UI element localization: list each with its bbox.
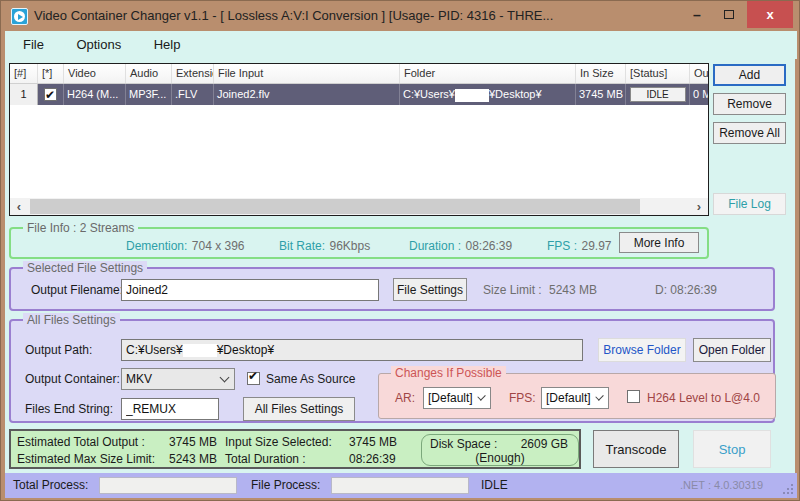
disk-space-box: Disk Space : 2609 GB (Enough) <box>421 434 579 466</box>
all-files-settings-group: All Files Settings Output Path: C:¥Users… <box>9 319 775 423</box>
bitrate-label: Bit Rate: <box>279 239 325 253</box>
remove-all-button[interactable]: Remove All <box>713 122 786 144</box>
remove-button[interactable]: Remove <box>713 93 786 115</box>
total-duration-label: Total Duration : <box>225 452 306 466</box>
col-status[interactable]: [Status] <box>626 64 690 83</box>
fps-select-label: FPS: <box>509 391 536 405</box>
est-total-value: 3745 MB <box>169 435 217 449</box>
menu-options[interactable]: Options <box>66 31 131 52</box>
process-state: IDLE <box>481 478 508 492</box>
output-filename-label: Output Filename: <box>31 283 123 297</box>
est-total-label: Estimated Total Output : <box>17 435 145 449</box>
output-path-label: Output Path: <box>25 343 92 357</box>
table-header: [#] [*] Video Audio Extension File Input… <box>10 64 708 84</box>
col-number[interactable]: [#] <box>10 64 38 83</box>
row-status-button[interactable]: IDLE <box>630 87 686 102</box>
add-button[interactable]: Add <box>713 64 786 86</box>
menu-bar: File Options Help <box>5 31 797 59</box>
redacted-username <box>455 89 489 102</box>
menu-help[interactable]: Help <box>144 31 191 52</box>
same-as-source-checkbox[interactable] <box>247 372 260 385</box>
col-video[interactable]: Video <box>64 64 126 83</box>
file-settings-button[interactable]: File Settings <box>393 278 467 301</box>
row-extension: .FLV <box>172 84 214 105</box>
disk-space-value: 2609 GB <box>521 437 568 451</box>
title-bar: Video Container Changer v1.1 - [ Lossles… <box>1 1 800 31</box>
size-limit-value: 5243 MB <box>549 283 597 297</box>
selected-file-settings-title: Selected File Settings <box>23 261 147 275</box>
file-process-label: File Process: <box>251 478 320 492</box>
scrollbar-thumb[interactable] <box>30 199 640 214</box>
fps-label: FPS : <box>547 239 577 253</box>
window-border-right <box>795 1 799 501</box>
table-row[interactable]: 1 H264 (M... MP3F... .FLV Joined2.flv C:… <box>10 84 708 105</box>
resize-grip[interactable] <box>783 484 793 494</box>
selected-duration-value: D: 08:26:39 <box>655 283 717 297</box>
row-out-size: 0 MB <box>690 84 708 105</box>
ar-select[interactable]: [Default] <box>423 387 491 409</box>
transcode-button[interactable]: Transcode <box>593 430 679 468</box>
dotnet-version: .NET : 4.0.30319 <box>680 479 763 491</box>
row-checkbox-cell <box>38 84 64 105</box>
file-log-button[interactable]: File Log <box>713 193 786 215</box>
app-icon <box>11 8 28 25</box>
row-video: H264 (M... <box>64 84 126 105</box>
est-max-label: Estimated Max Size Limit: <box>17 452 155 466</box>
est-max-value: 5243 MB <box>169 452 217 466</box>
bitrate-value: 96Kbps <box>329 239 370 253</box>
col-file-input[interactable]: File Input <box>214 64 400 83</box>
output-container-select[interactable]: MKV <box>121 368 235 390</box>
more-info-button[interactable]: More Info <box>619 232 699 253</box>
scroll-right-icon[interactable]: › <box>690 199 708 214</box>
output-path-input[interactable]: C:¥Users¥¥Desktop¥ <box>121 339 583 361</box>
col-audio[interactable]: Audio <box>126 64 172 83</box>
menu-file[interactable]: File <box>13 31 54 52</box>
row-status-cell: IDLE <box>626 84 690 105</box>
col-out-size[interactable]: Out Size <box>690 64 708 83</box>
col-checked[interactable]: [*] <box>38 64 64 83</box>
browse-folder-button[interactable]: Browse Folder <box>598 338 686 362</box>
maximize-button[interactable] <box>715 1 743 28</box>
col-in-size[interactable]: In Size <box>576 64 626 83</box>
window-border-left <box>1 1 5 501</box>
horizontal-scrollbar[interactable]: ‹ › <box>10 198 708 215</box>
fps-select[interactable]: [Default] <box>541 387 609 409</box>
size-limit-label: Size Limit : <box>483 283 542 297</box>
row-checkbox[interactable] <box>44 88 57 101</box>
minimize-button[interactable]: – <box>683 1 711 28</box>
status-bar: Total Process: File Process: IDLE .NET :… <box>5 473 797 498</box>
close-button[interactable]: x <box>747 1 793 28</box>
output-container-label: Output Container: <box>25 372 120 386</box>
input-size-value: 3745 MB <box>349 435 397 449</box>
redacted-username <box>183 344 217 357</box>
duration-label: Duration : <box>409 239 461 253</box>
all-files-settings-button[interactable]: All Files Settings <box>243 397 355 421</box>
stop-button[interactable]: Stop <box>693 430 771 468</box>
chevron-down-icon <box>595 392 604 401</box>
scroll-left-icon[interactable]: ‹ <box>10 199 28 214</box>
h264-level-checkbox[interactable] <box>627 390 640 403</box>
h264-level-label: H264 Level to L@4.0 <box>647 391 760 405</box>
open-folder-button[interactable]: Open Folder <box>693 338 771 362</box>
input-size-label: Input Size Selected: <box>225 435 332 449</box>
summary-panel: Estimated Total Output : 3745 MB Estimat… <box>9 429 581 469</box>
disk-space-label: Disk Space : <box>430 437 497 451</box>
changes-if-possible-group: Changes If Possible AR: [Default] FPS: [… <box>378 373 776 419</box>
row-folder: C:¥Users¥¥Desktop¥ <box>400 84 576 105</box>
all-files-settings-title: All Files Settings <box>23 313 120 327</box>
file-info-group: File Info : 2 Streams Demention: 704 x 3… <box>9 227 709 259</box>
selected-file-settings-group: Selected File Settings Output Filename: … <box>9 267 775 311</box>
window-title: Video Container Changer v1.1 - [ Lossles… <box>34 8 553 23</box>
file-process-progressbar <box>331 477 469 494</box>
row-file-input: Joined2.flv <box>214 84 400 105</box>
row-audio: MP3F... <box>126 84 172 105</box>
col-folder[interactable]: Folder <box>400 64 576 83</box>
col-extension[interactable]: Extension <box>172 64 214 83</box>
output-filename-input[interactable] <box>121 279 379 301</box>
changes-if-possible-title: Changes If Possible <box>391 366 506 380</box>
fps-value: 29.97 <box>581 239 611 253</box>
total-duration-value: 08:26:39 <box>349 452 396 466</box>
files-end-string-input[interactable] <box>121 398 219 420</box>
disk-space-note: (Enough) <box>422 451 578 465</box>
file-list-table: [#] [*] Video Audio Extension File Input… <box>9 63 709 216</box>
